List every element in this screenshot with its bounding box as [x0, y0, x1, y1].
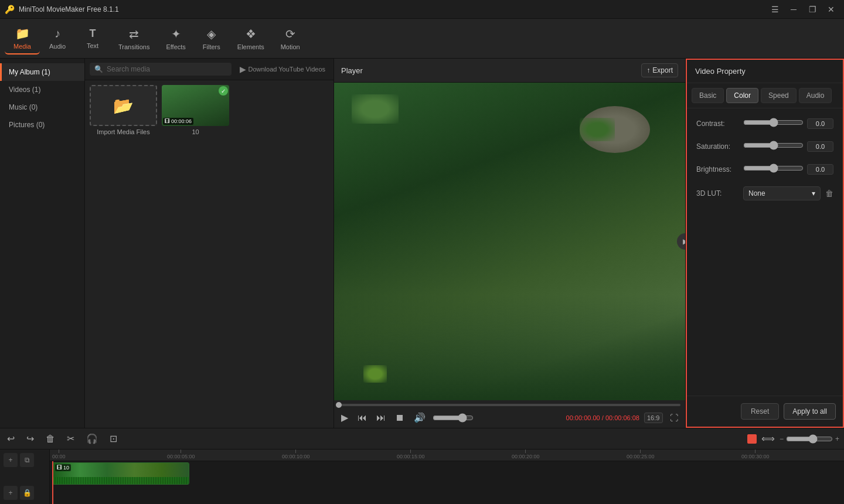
import-media-tile[interactable]: 📂 Import Media Files: [90, 85, 157, 135]
zoom-slider[interactable]: [786, 434, 833, 444]
previous-frame-button[interactable]: ⏮: [355, 411, 369, 424]
volume-slider[interactable]: [433, 413, 474, 423]
copy-track-button[interactable]: ⧉: [20, 453, 34, 467]
undo-button[interactable]: ↩: [5, 431, 17, 447]
left-panel: My Album (1) Videos (1) Music (0) Pictur…: [0, 59, 334, 428]
youtube-download-button[interactable]: ▶ Download YouTube Videos: [236, 62, 329, 76]
progress-handle[interactable]: [336, 402, 342, 408]
sidebar-item-my-album[interactable]: My Album (1): [0, 63, 84, 81]
minimize-button[interactable]: ─: [785, 1, 802, 18]
toolbar-item-media[interactable]: 📁 Media: [5, 23, 40, 55]
timeline-main: 00:00 00:00:05:00 00:00:10:00 00:00:15:0…: [50, 449, 844, 504]
video-property-panel: Video Property Basic Color Speed Audio C…: [686, 59, 844, 428]
next-frame-button[interactable]: ⏭: [374, 411, 388, 424]
lut-delete-button[interactable]: 🗑: [825, 189, 833, 198]
sidebar-item-music[interactable]: Music (0): [0, 98, 84, 116]
split-button[interactable]: ⟺: [759, 431, 777, 447]
video-clip[interactable]: 🎞 10: [52, 462, 189, 485]
toolbar-item-effects[interactable]: ✦ Effects: [158, 23, 193, 54]
playhead[interactable]: [52, 461, 53, 504]
apply-all-button[interactable]: Apply to all: [784, 403, 836, 420]
toolbar-item-audio[interactable]: ♪ Audio: [40, 23, 75, 53]
timeline-tracks: 🎞 10: [50, 461, 844, 504]
tab-basic[interactable]: Basic: [692, 88, 724, 103]
folder-icon: 📂: [113, 96, 134, 115]
audio-icon: ♪: [55, 27, 60, 40]
ruler-mark-15: 00:00:15:00: [397, 449, 425, 459]
crop-button[interactable]: ⊡: [107, 431, 120, 447]
close-button[interactable]: ✕: [823, 1, 839, 18]
brightness-label: Brightness:: [696, 165, 743, 173]
settings-button[interactable]: ☰: [767, 1, 783, 18]
clip-number: 🎞 10: [55, 464, 71, 471]
lut-select[interactable]: None ▾: [743, 186, 821, 200]
cut-button[interactable]: ✂: [64, 431, 77, 447]
toolbar: 📁 Media ♪ Audio T Text ⇄ Transitions ✦ E…: [0, 19, 844, 59]
progress-bar[interactable]: [339, 404, 680, 406]
toolbar-elements-label: Elements: [237, 43, 264, 50]
ruler-mark-20: 00:00:20:00: [512, 449, 540, 459]
yt-label: Download YouTube Videos: [249, 66, 326, 73]
zoom-controls: ⟺ − +: [747, 431, 839, 447]
toolbar-text-label: Text: [87, 42, 98, 49]
toolbar-audio-label: Audio: [49, 43, 66, 50]
video-clip-tile[interactable]: 🎞 00:00:06 ✓ 10: [162, 85, 229, 135]
film-strip-icon: 🎞: [57, 465, 62, 471]
delete-button[interactable]: 🗑: [43, 431, 57, 447]
toolbar-media-label: Media: [13, 43, 31, 50]
sidebar-item-videos[interactable]: Videos (1): [0, 81, 84, 98]
toolbar-item-elements[interactable]: ❖ Elements: [229, 23, 273, 54]
timeline-body: + ⧉ + 🔒 ♪ 🔒 00:00: [0, 449, 844, 504]
toolbar-item-filters[interactable]: ◈ Filters: [194, 23, 229, 54]
film-icon: 🎞: [165, 118, 170, 124]
audio-track-button[interactable]: 🎧: [84, 431, 100, 447]
add-audio-track-button[interactable]: +: [4, 486, 18, 500]
toolbar-item-transitions[interactable]: ⇄ Transitions: [110, 23, 158, 54]
saturation-slider-wrap: [743, 141, 804, 152]
toolbar-item-motion[interactable]: ⟳ Motion: [273, 23, 308, 54]
record-button[interactable]: [747, 434, 757, 444]
main-area: My Album (1) Videos (1) Music (0) Pictur…: [0, 59, 844, 428]
play-button[interactable]: ▶: [339, 411, 350, 424]
timeline-side-controls: + ⧉ + 🔒 ♪ 🔒: [0, 449, 50, 504]
tab-color[interactable]: Color: [726, 88, 758, 103]
lut-row: 3D LUT: None ▾ 🗑: [696, 186, 833, 200]
toolbar-filters-label: Filters: [203, 43, 220, 50]
volume-button[interactable]: 🔊: [411, 411, 428, 424]
contrast-value[interactable]: 0.0: [807, 118, 833, 129]
brightness-slider[interactable]: [743, 164, 804, 173]
saturation-label: Saturation:: [696, 142, 743, 151]
aspect-ratio-select[interactable]: 16:9 9:16 1:1 4:3 21:9: [644, 413, 663, 423]
effects-icon: ✦: [171, 27, 181, 41]
redo-button[interactable]: ↪: [24, 431, 36, 447]
toolbar-item-text[interactable]: T Text: [75, 24, 110, 53]
sidebar: My Album (1) Videos (1) Music (0) Pictur…: [0, 59, 85, 428]
tab-speed[interactable]: Speed: [761, 88, 797, 103]
sidebar-item-pictures[interactable]: Pictures (0): [0, 116, 84, 134]
saturation-slider[interactable]: [743, 141, 804, 150]
zoom-plus-icon: +: [835, 435, 839, 443]
export-button[interactable]: ↑ Export: [641, 63, 678, 77]
reset-button[interactable]: Reset: [741, 403, 779, 420]
tab-audio[interactable]: Audio: [799, 88, 832, 103]
preview-scene: [334, 83, 685, 400]
fullscreen-button[interactable]: ⛶: [668, 412, 680, 424]
player: Player ↑ Export ▶ ▶ ⏮: [334, 59, 686, 428]
maximize-button[interactable]: ❐: [804, 1, 821, 18]
player-label: Player: [341, 66, 363, 75]
stop-button[interactable]: ⏹: [393, 411, 407, 424]
contrast-slider[interactable]: [743, 118, 804, 127]
motion-icon: ⟳: [285, 27, 295, 41]
video-duration: 🎞 00:00:06: [163, 118, 193, 125]
lock-audio-button[interactable]: 🔒: [20, 486, 34, 500]
brightness-slider-wrap: [743, 164, 804, 175]
brightness-value[interactable]: 0.0: [807, 164, 833, 175]
clip-thumbnail: 🎞 10: [53, 463, 189, 484]
youtube-icon: ▶: [240, 64, 246, 74]
saturation-row: Saturation: 0.0: [696, 141, 833, 152]
video-track: 🎞 10: [50, 461, 844, 488]
saturation-value[interactable]: 0.0: [807, 141, 833, 152]
lut-value: None: [748, 189, 765, 197]
add-video-track-button[interactable]: +: [4, 453, 18, 467]
search-box[interactable]: 🔍 Search media: [90, 63, 232, 76]
